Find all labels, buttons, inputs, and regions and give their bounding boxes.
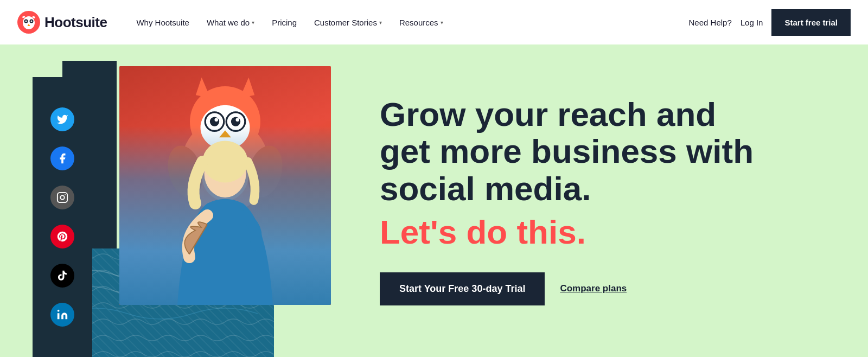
svg-marker-26 (240, 78, 254, 98)
svg-point-4 (25, 21, 27, 22)
hero-section: Grow your reach and get more business wi… (0, 44, 868, 357)
svg-point-1 (23, 16, 35, 29)
logo-text: Hootsuite (44, 14, 107, 31)
svg-rect-9 (58, 193, 67, 202)
svg-point-5 (31, 21, 33, 22)
svg-point-21 (231, 117, 240, 126)
nav-pricing[interactable]: Pricing (264, 14, 304, 31)
hero-photo (119, 66, 331, 305)
svg-point-22 (215, 118, 219, 122)
logo[interactable]: Hootsuite (17, 11, 107, 34)
svg-point-20 (210, 117, 219, 126)
compare-plans-link[interactable]: Compare plans (560, 283, 627, 294)
start-free-trial-button[interactable]: Start free trial (771, 9, 851, 36)
hero-buttons: Start Your Free 30-day Trial Compare pla… (380, 272, 825, 305)
linkedin-icon[interactable] (50, 303, 74, 327)
login-link[interactable]: Log In (741, 18, 763, 27)
svg-point-11 (65, 194, 66, 195)
nav-links: Why Hootsuite What we do ▾ Pricing Custo… (129, 14, 688, 31)
svg-marker-25 (196, 78, 210, 98)
social-sidebar (33, 77, 92, 357)
person-shape (162, 138, 289, 305)
start-trial-button[interactable]: Start Your Free 30-day Trial (380, 272, 545, 305)
tiktok-icon[interactable] (50, 264, 74, 288)
pinterest-icon[interactable] (50, 225, 74, 248)
nav-resources[interactable]: Resources ▾ (392, 14, 451, 31)
nav-what-we-do[interactable]: What we do ▾ (199, 14, 262, 31)
hootsuite-logo-icon (17, 11, 40, 34)
twitter-icon[interactable] (50, 107, 74, 131)
svg-point-12 (58, 310, 60, 312)
need-help-link[interactable]: Need Help? (689, 18, 732, 27)
chevron-down-icon: ▾ (441, 20, 443, 25)
nav-customer-stories[interactable]: Customer Stories ▾ (307, 14, 390, 31)
nav-why-hootsuite[interactable]: Why Hootsuite (129, 14, 197, 31)
hero-text: Grow your reach and get more business wi… (336, 96, 825, 305)
navbar: Hootsuite Why Hootsuite What we do ▾ Pri… (0, 0, 868, 44)
hero-tagline: Let's do this. (380, 214, 825, 251)
svg-point-33 (202, 141, 248, 183)
hero-image-section (33, 44, 336, 357)
svg-point-23 (236, 118, 240, 122)
nav-right: Need Help? Log In Start free trial (689, 9, 851, 36)
instagram-icon[interactable] (50, 186, 74, 209)
svg-point-10 (60, 195, 64, 199)
chevron-down-icon: ▾ (252, 20, 254, 25)
hero-headline: Grow your reach and get more business wi… (380, 96, 760, 207)
facebook-icon[interactable] (50, 146, 74, 170)
chevron-down-icon: ▾ (379, 20, 382, 25)
